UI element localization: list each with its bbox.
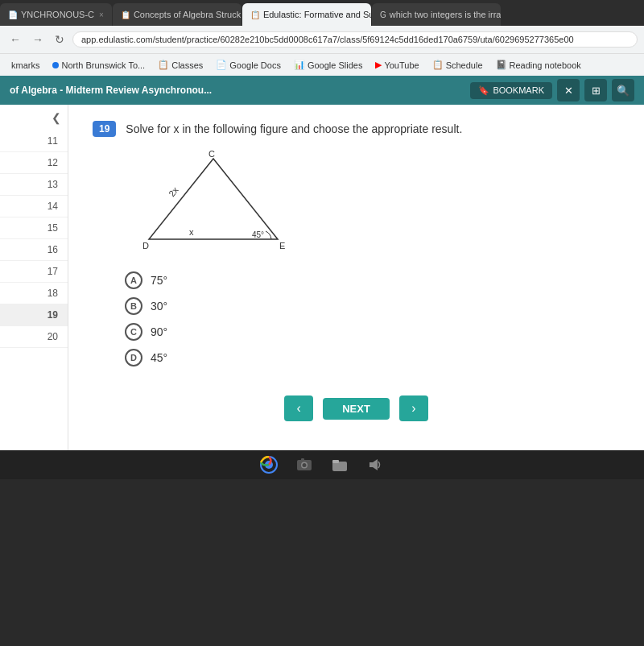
svg-text:D: D <box>142 241 149 251</box>
sidebar-item-19[interactable]: 19 <box>0 304 68 326</box>
bookmark-google-slides[interactable]: 📊 Google Slides <box>289 58 368 72</box>
sidebar-item-18-label: 18 <box>47 288 58 299</box>
bookmark-google-slides-label: Google Slides <box>308 60 363 70</box>
tab-2[interactable]: 📋 Concepts of Algebra Struckus/C. × <box>113 3 242 26</box>
taskbar-chrome-icon[interactable] <box>259 455 279 474</box>
figure-container: C D E 2x x 45° <box>125 151 620 255</box>
bookmark-gdocs-icon: 📄 <box>216 60 227 70</box>
forward-button[interactable]: → <box>29 31 47 48</box>
taskbar-camera-icon[interactable] <box>295 455 314 474</box>
sidebar-item-15-label: 15 <box>47 222 58 234</box>
bookmark-label: BOOKMARK <box>493 85 544 95</box>
bookmark-schedule-icon: 📋 <box>432 60 444 70</box>
search-icon: 🔍 <box>617 85 630 97</box>
svg-text:2x: 2x <box>167 184 180 198</box>
svg-point-11 <box>303 463 307 467</box>
choice-a[interactable]: A 75° <box>125 271 620 289</box>
bookmark-reading-notebook[interactable]: 📓 Reading notebook <box>491 58 586 72</box>
address-bar: ← → ↻ app.edulastic.com/student/practice… <box>0 26 644 53</box>
next-arrow-button[interactable]: › <box>399 395 428 421</box>
bookmark-icon: 🔖 <box>478 85 489 96</box>
svg-rect-15 <box>369 462 373 467</box>
bookmark-schedule-label: Schedule <box>446 60 483 70</box>
header-actions: 🔖 BOOKMARK ✕ ⊞ 🔍 <box>470 79 634 101</box>
tab-1-close[interactable]: × <box>99 10 104 19</box>
sidebar-item-11-label: 11 <box>47 135 58 147</box>
bookmark-button[interactable]: 🔖 BOOKMARK <box>470 82 552 99</box>
bookmark-north-brunswick-label: North Brunswick To... <box>61 60 145 70</box>
tab-2-label: Concepts of Algebra Struckus/C. <box>134 10 242 19</box>
close-button[interactable]: ✕ <box>557 79 580 101</box>
prev-button[interactable]: ‹ <box>284 395 313 421</box>
bookmark-kmarks[interactable]: kmarks <box>6 59 44 72</box>
bookmark-notebook-icon: 📓 <box>496 60 507 70</box>
svg-rect-14 <box>332 460 339 463</box>
tab-3-label: Edulastic: Formative and Summ <box>263 10 371 19</box>
choice-c[interactable]: C 90° <box>125 323 620 341</box>
sidebar-item-16[interactable]: 16 <box>0 239 68 261</box>
search-button[interactable]: 🔍 <box>612 79 634 101</box>
bookmark-google-docs[interactable]: 📄 Google Docs <box>211 58 286 72</box>
triangle-figure: C D E 2x x 45° <box>125 151 302 255</box>
choice-b[interactable]: B 30° <box>125 297 620 315</box>
question-text: Solve for x in the following figure and … <box>126 121 462 138</box>
bookmark-dot <box>52 62 59 68</box>
sidebar-item-15[interactable]: 15 <box>0 217 68 239</box>
choice-d-text: 45° <box>151 351 167 364</box>
taskbar-folder-icon[interactable] <box>330 455 349 474</box>
bookmark-youtube-label: YouTube <box>384 60 419 70</box>
next-button[interactable]: NEXT <box>323 398 390 420</box>
bookmark-youtube-icon: ▶ <box>375 60 382 70</box>
app-title: of Algebra - Midterm Review Asynchronou.… <box>10 85 212 96</box>
bookmark-youtube[interactable]: ▶ YouTube <box>370 58 423 72</box>
answer-choices: A 75° B 30° C 90° D 45° <box>125 271 620 366</box>
grid-icon: ⊞ <box>592 85 601 97</box>
grid-button[interactable]: ⊞ <box>584 79 607 101</box>
sidebar-item-13[interactable]: 13 <box>0 174 68 196</box>
svg-text:E: E <box>279 241 285 251</box>
choice-a-text: 75° <box>151 274 167 287</box>
sidebar-item-11[interactable]: 11 <box>0 130 68 152</box>
tab-bar: 📄 YNCHRONOUS-C × 📋 Concepts of Algebra S… <box>0 0 644 26</box>
svg-text:C: C <box>208 151 215 159</box>
tab-4-label: which two integers is the irration <box>390 10 501 19</box>
choice-c-circle: C <box>125 323 142 341</box>
bookmark-schedule[interactable]: 📋 Schedule <box>427 58 488 72</box>
back-button[interactable]: ← <box>6 31 24 48</box>
tab-1-label: YNCHRONOUS-C <box>21 10 94 19</box>
bookmark-classes-icon: 📋 <box>158 60 169 70</box>
choice-c-text: 90° <box>151 325 167 338</box>
reload-button[interactable]: ↻ <box>52 31 68 48</box>
sidebar-item-12-label: 12 <box>47 157 58 168</box>
sidebar-item-20[interactable]: 20 <box>0 326 68 348</box>
sidebar-item-12[interactable]: 12 <box>0 152 68 174</box>
bookmark-classes[interactable]: 📋 Classes <box>153 58 208 72</box>
address-input[interactable]: app.edulastic.com/student/practice/60282… <box>72 31 638 48</box>
choice-b-text: 30° <box>151 300 167 313</box>
tab-4[interactable]: G which two integers is the irration × <box>372 3 501 26</box>
sidebar-collapse-button[interactable]: ❮ <box>52 111 61 124</box>
sidebar-item-17[interactable]: 17 <box>0 261 68 283</box>
tab-1-icon: 📄 <box>8 10 18 19</box>
bookmark-gslides-icon: 📊 <box>294 60 305 70</box>
bookmark-north-brunswick[interactable]: North Brunswick To... <box>47 59 150 72</box>
close-icon: ✕ <box>564 85 573 97</box>
nav-buttons: ‹ NEXT › <box>93 383 620 434</box>
browser-chrome: 📄 YNCHRONOUS-C × 📋 Concepts of Algebra S… <box>0 0 644 76</box>
bookmark-google-docs-label: Google Docs <box>229 60 281 70</box>
question-header: 19 Solve for x in the following figure a… <box>93 121 620 138</box>
svg-marker-16 <box>373 459 378 470</box>
question-area: 19 Solve for x in the following figure a… <box>68 105 644 450</box>
svg-marker-0 <box>149 159 278 239</box>
bookmark-classes-label: Classes <box>171 60 203 70</box>
svg-rect-12 <box>301 458 304 461</box>
tab-3[interactable]: 📋 Edulastic: Formative and Summ × <box>242 3 371 26</box>
sidebar-item-18[interactable]: 18 <box>0 283 68 304</box>
taskbar-sound-icon[interactable] <box>365 455 385 474</box>
sidebar-item-13-label: 13 <box>47 179 58 190</box>
bookmarks-bar: kmarks North Brunswick To... 📋 Classes 📄… <box>0 53 644 76</box>
choice-d[interactable]: D 45° <box>125 349 620 366</box>
tab-1[interactable]: 📄 YNCHRONOUS-C × <box>0 3 112 26</box>
sidebar-item-14[interactable]: 14 <box>0 196 68 217</box>
sidebar-item-17-label: 17 <box>47 266 58 277</box>
